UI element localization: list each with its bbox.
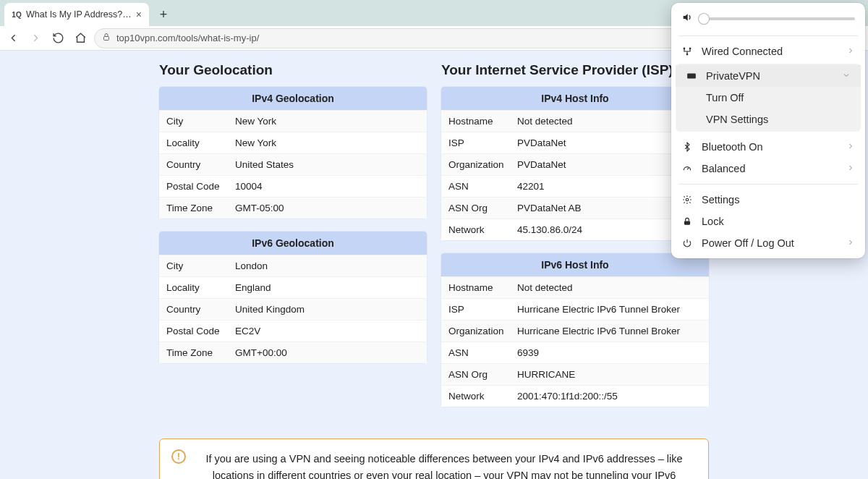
row-key: Locality: [166, 282, 235, 293]
table-row: ASN OrgPVDataNet AB: [441, 197, 709, 219]
row-key: ASN Org: [448, 203, 517, 213]
menu-power-profile[interactable]: Balanced: [671, 158, 865, 179]
table-row: ISPPVDataNet: [441, 132, 709, 153]
row-value: HURRICANE: [517, 369, 702, 380]
table-row: Postal Code10004: [159, 175, 427, 197]
vpn-icon: [686, 71, 697, 81]
home-button[interactable]: [75, 32, 87, 44]
row-value: United Kingdom: [235, 304, 420, 315]
power-icon: [681, 238, 693, 248]
row-key: Network: [448, 224, 517, 235]
chevron-right-icon: [846, 46, 855, 57]
menu-settings[interactable]: Settings: [671, 189, 865, 211]
ipv4-geo-header: IPv4 Geolocation: [159, 87, 427, 110]
row-value: GMT+00:00: [235, 347, 420, 358]
menu-vpn-settings[interactable]: VPN Settings: [676, 109, 861, 130]
table-row: CountryUnited Kingdom: [159, 298, 427, 320]
row-key: City: [166, 260, 235, 271]
lock-icon: [102, 33, 111, 43]
svg-rect-8: [684, 48, 685, 49]
row-key: City: [166, 116, 235, 127]
svg-rect-0: [104, 37, 109, 41]
menu-lock[interactable]: Lock: [671, 211, 865, 232]
chevron-right-icon: [846, 163, 855, 174]
row-key: ASN: [448, 181, 517, 192]
table-row: CountryUnited States: [159, 153, 427, 175]
reload-button[interactable]: [52, 32, 64, 44]
menu-power-off[interactable]: Power Off / Log Out: [671, 232, 865, 254]
table-row: Time ZoneGMT-05:00: [159, 197, 427, 219]
table-row: ISPHurricane Electric IPv6 Tunnel Broker: [441, 298, 709, 320]
svg-line-12: [687, 168, 689, 169]
table-row: Network2001:470:1f1d:200::/55: [441, 385, 709, 407]
notice-text-pre: If you are using a VPN and seeing notice…: [205, 453, 682, 479]
tab-title: What Is My IP Address? Pu: [26, 9, 132, 20]
bluetooth-icon: [681, 142, 693, 152]
svg-rect-9: [689, 48, 691, 49]
chevron-right-icon: [846, 237, 855, 249]
table-row: ASN OrgHURRICANE: [441, 363, 709, 385]
back-button[interactable]: [7, 32, 20, 44]
row-value: England: [235, 282, 420, 293]
row-key: Postal Code: [166, 326, 235, 336]
warning-icon: !: [171, 449, 186, 464]
row-key: Hostname: [448, 282, 517, 293]
row-value: New York: [235, 137, 420, 148]
row-key: Postal Code: [166, 181, 235, 192]
menu-vpn[interactable]: PrivateVPN: [676, 65, 861, 87]
menu-wired[interactable]: Wired Connected: [671, 41, 865, 62]
table-row: Postal CodeEC2V: [159, 320, 427, 342]
row-value: 2001:470:1f1d:200::/55: [517, 391, 702, 402]
row-value: London: [235, 260, 420, 271]
browser-tab[interactable]: 1Q What Is My IP Address? Pu ×: [4, 3, 149, 26]
ipv6-host-header: IPv6 Host Info: [441, 253, 709, 276]
svg-rect-10: [686, 54, 688, 55]
ipv6-geo-header: IPv6 Geolocation: [159, 232, 427, 255]
close-icon[interactable]: ×: [136, 9, 142, 20]
svg-rect-11: [687, 74, 696, 79]
gauge-icon: [681, 164, 693, 174]
table-row: ASN6939: [441, 342, 709, 363]
row-key: Country: [166, 304, 235, 315]
row-key: Network: [448, 391, 517, 402]
row-value: 6939: [517, 347, 702, 358]
isp-heading: Your Internet Service Provider (ISP): [441, 62, 709, 78]
new-tab-button[interactable]: +: [153, 4, 174, 25]
row-key: Time Zone: [166, 347, 235, 358]
row-key: ISP: [448, 304, 517, 315]
ipv4-host-table: IPv4 Host Info HostnameNot detectedISPPV…: [441, 87, 709, 240]
gear-icon: [681, 195, 693, 205]
ipv4-geo-table: IPv4 Geolocation CityNew YorkLocalityNew…: [159, 87, 427, 219]
row-key: Locality: [166, 137, 235, 148]
row-key: Country: [166, 159, 235, 170]
ipv6-host-table: IPv6 Host Info HostnameNot detectedISPHu…: [441, 253, 709, 407]
geolocation-heading: Your Geolocation: [159, 62, 427, 78]
menu-vpn-label: PrivateVPN: [706, 70, 833, 82]
table-row: OrganizationPVDataNet: [441, 153, 709, 175]
ipv6-geo-table: IPv6 Geolocation CityLondonLocalityEngla…: [159, 232, 427, 363]
row-value: EC2V: [235, 326, 420, 336]
volume-slider[interactable]: [671, 9, 865, 31]
row-value: Not detected: [517, 282, 702, 293]
tab-favicon: 1Q: [12, 9, 22, 20]
lock-icon: [681, 216, 693, 226]
row-key: Organization: [448, 326, 517, 336]
svg-marker-7: [684, 14, 688, 20]
row-key: ASN Org: [448, 369, 517, 380]
vpn-warning-notice: ! If you are using a VPN and seeing noti…: [159, 438, 709, 479]
menu-bluetooth[interactable]: Bluetooth On: [671, 136, 865, 158]
network-icon: [681, 46, 693, 56]
table-row: HostnameNot detected: [441, 110, 709, 132]
row-key: Time Zone: [166, 203, 235, 213]
table-row: CityLondon: [159, 255, 427, 276]
row-key: Organization: [448, 159, 517, 170]
table-row: ASN42201: [441, 175, 709, 197]
table-row: Time ZoneGMT+00:00: [159, 342, 427, 363]
svg-rect-14: [684, 221, 690, 224]
table-row: CityNew York: [159, 110, 427, 132]
speaker-icon: [681, 12, 693, 25]
row-value: United States: [235, 159, 420, 170]
chevron-down-icon: [842, 70, 851, 82]
forward-button[interactable]: [30, 32, 42, 44]
menu-vpn-turn-off[interactable]: Turn Off: [676, 87, 861, 109]
